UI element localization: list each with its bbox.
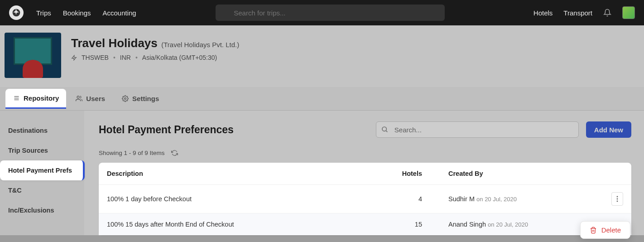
list-icon [13,95,20,102]
tenant-timezone: Asia/Kolkata (GMT+05:30) [142,54,217,61]
tab-repository[interactable]: Repository [5,89,66,109]
tab-label: Users [86,95,105,102]
tenant-name: Travel Holidays [71,36,158,50]
svg-line-10 [386,131,387,132]
tenant-legal: (Travel Holidays Pvt. Ltd.) [161,41,239,48]
tab-label: Repository [24,94,59,102]
tab-users[interactable]: Users [68,89,112,108]
tenant-currency: INR [120,54,131,61]
nav-bookings[interactable]: Bookings [63,9,91,17]
col-created-by: Created By [440,163,603,185]
col-hotels: Hotels [386,163,440,185]
svg-point-7 [77,96,79,98]
row-actions-button[interactable] [611,192,623,206]
cell-created-by: Anand Singh on 20 Jul, 2020 [440,213,603,236]
secondary-nav: Hotels Transport [533,6,635,19]
delete-action[interactable]: Delete [590,226,621,234]
tenant-header: Travel Holidays (Travel Holidays Pvt. Lt… [0,25,644,87]
global-search-input[interactable] [216,5,445,21]
page-title: Hotel Payment Preferences [99,124,234,136]
bolt-icon [71,55,77,61]
nav-hotels[interactable]: Hotels [533,9,553,17]
tabs-row: Repository Users Settings [0,87,644,111]
svg-marker-3 [72,55,77,60]
tab-settings[interactable]: Settings [114,89,166,108]
table-row[interactable]: 100% 1 day before Checkout 4 Sudhir M on… [99,185,631,213]
delete-label: Delete [601,226,621,234]
gear-icon [121,95,129,102]
svg-point-13 [617,201,618,202]
table-header-row: Description Hotels Created By [99,163,631,185]
nav-accounting[interactable]: Accounting [103,9,136,17]
filter-search-input[interactable] [376,121,579,138]
svg-point-9 [382,127,386,131]
sidebar-item-inc-exclusions[interactable]: Inc/Exclusions [0,200,84,220]
cell-description: 100% 1 day before Checkout [99,185,386,213]
cell-hotels: 4 [386,185,440,213]
top-navbar: Trips Bookings Accounting Hotels Transpo… [0,0,644,25]
notifications-icon[interactable] [603,9,611,17]
trash-icon [590,227,597,234]
search-icon [381,126,389,133]
sidebar-item-tc[interactable]: T&C [0,180,84,200]
tenant-code: THSWEB [82,54,109,61]
avatar[interactable] [622,6,635,19]
tab-label: Settings [132,95,159,102]
nav-trips[interactable]: Trips [36,9,51,17]
sidebar-item-hotel-payment-prefs[interactable]: Hotel Payment Prefs [0,160,85,180]
users-icon [75,95,82,102]
nav-transport[interactable]: Transport [563,9,592,17]
cell-hotels: 15 [386,213,440,236]
col-description: Description [99,163,386,185]
row-actions-dropdown: Delete [580,221,630,239]
primary-nav: Trips Bookings Accounting [36,9,136,17]
add-new-button[interactable]: Add New [586,121,631,138]
app-logo[interactable] [9,5,24,20]
cell-created-by: Sudhir M on 20 Jul, 2020 [440,185,603,213]
svg-point-12 [617,198,618,200]
sidebar-item-destinations[interactable]: Destinations [0,121,84,140]
svg-point-11 [617,196,618,198]
cell-description: 100% 15 days after Month End of Checkout [99,213,386,236]
sidebar: Destinations Trip Sources Hotel Payment … [0,111,84,235]
showing-text: Showing 1 - 9 of 9 Items [99,150,165,156]
tenant-image [5,33,61,78]
refresh-icon[interactable] [171,150,178,156]
sidebar-item-trip-sources[interactable]: Trip Sources [0,140,84,160]
table-row[interactable]: 100% 15 days after Month End of Checkout… [99,213,631,236]
table-card: Description Hotels Created By 100% 1 day… [99,163,631,235]
svg-point-8 [124,98,126,100]
